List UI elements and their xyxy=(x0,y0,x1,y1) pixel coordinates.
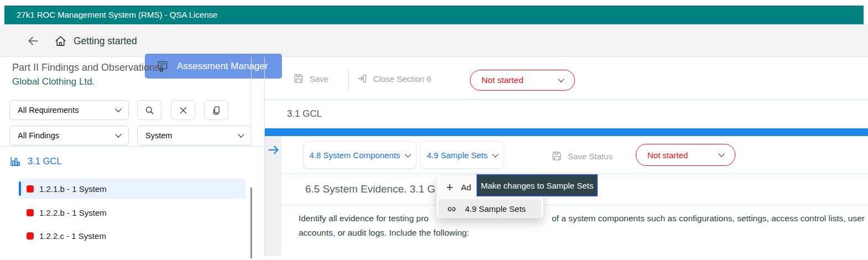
tree-item[interactable]: 1.2.2.b - 1 System xyxy=(19,202,245,222)
system-filter-value: System xyxy=(145,131,172,140)
tree-item-label: 1.2.2.c - 1 System xyxy=(39,231,106,241)
requirements-filter-select[interactable]: All Requirements xyxy=(9,100,129,120)
save-icon xyxy=(551,150,562,162)
tooltip: Make changes to Sample Sets xyxy=(477,174,598,196)
system-components-label: 4.8 System Components xyxy=(309,150,400,160)
nav-getting-started[interactable]: Getting started xyxy=(54,32,137,50)
tree-item[interactable]: 1.2.2.c - 1 System xyxy=(19,226,245,246)
finding-status-dot xyxy=(27,232,34,240)
arrow-right-icon xyxy=(266,143,281,157)
findings-filter-select[interactable]: All Findings xyxy=(9,126,129,145)
toolbar-separator xyxy=(348,70,349,90)
clear-search-button[interactable] xyxy=(171,100,195,120)
evidence-heading: 6.5 System Evidence. 3.1 G xyxy=(305,183,436,195)
toolbar-divider-line xyxy=(265,99,868,100)
bar-chart-icon xyxy=(9,155,21,167)
close-section-button[interactable]: Close Section 6 xyxy=(357,73,431,84)
evidence-status-dropdown[interactable]: Not started xyxy=(636,144,735,166)
chevron-down-icon xyxy=(115,106,121,112)
tooltip-text: Make changes to Sample Sets xyxy=(481,181,593,190)
nav-bar: Getting started Assessment Manager xyxy=(0,24,868,57)
assessment-manager-button[interactable]: Assessment Manager xyxy=(145,54,282,79)
tree-item-selected[interactable]: 1.2.1.b - 1 System xyxy=(19,179,245,199)
home-icon xyxy=(54,35,67,48)
window-title: 27k1 ROC Management System (RMS) - QSA L… xyxy=(17,10,217,19)
getting-started-label: Getting started xyxy=(74,35,137,47)
requirements-filter-value: All Requirements xyxy=(18,106,79,115)
finding-status-dot xyxy=(27,185,34,193)
assessment-manager-label: Assessment Manager xyxy=(177,61,268,72)
plus-icon: + xyxy=(446,181,453,194)
tree-item-label: 1.2.2.b - 1 System xyxy=(39,208,107,217)
menu-item-sample-sets-label: 4.9 Sample Sets xyxy=(465,204,526,214)
chevron-down-icon xyxy=(718,150,724,157)
close-section-label: Close Section 6 xyxy=(373,74,431,84)
back-icon xyxy=(26,34,40,48)
save-status-button[interactable]: Save Status xyxy=(551,150,613,162)
section-status-dropdown[interactable]: Not started xyxy=(470,70,575,91)
section-status-value: Not started xyxy=(482,75,524,85)
sample-sets-dropdown-button[interactable]: 4.9 Sample Sets xyxy=(420,141,504,169)
menu-item-sample-sets[interactable]: 4.9 Sample Sets xyxy=(438,199,541,219)
tree-section-3-1-gcl[interactable]: 3.1 GCL xyxy=(9,155,61,167)
paragraph-text: Identify all evidence for testing pro xyxy=(299,211,428,226)
chevron-down-icon xyxy=(492,151,498,157)
system-filter-select[interactable]: System xyxy=(137,126,252,145)
row-divider-line xyxy=(281,205,868,205)
sample-sets-label: 4.9 Sample Sets xyxy=(427,150,488,160)
copy-button[interactable] xyxy=(204,100,228,120)
evidence-status-value: Not started xyxy=(647,150,688,160)
chevron-down-icon xyxy=(558,76,564,82)
window-title-bar: 27k1 ROC Management System (RMS) - QSA L… xyxy=(4,6,864,24)
row-divider-line xyxy=(281,173,868,174)
close-section-icon xyxy=(357,73,368,84)
chevron-down-icon xyxy=(405,151,411,157)
chevron-down-icon xyxy=(115,131,121,137)
menu-item-add-label: Ad xyxy=(461,183,471,192)
paragraph-text: of a system components such as configura… xyxy=(552,211,865,226)
save-label: Save xyxy=(310,74,328,84)
save-icon xyxy=(293,73,304,84)
expand-arrow-button[interactable] xyxy=(266,143,281,157)
back-button[interactable] xyxy=(25,34,41,48)
save-button[interactable]: Save xyxy=(293,73,328,84)
search-icon xyxy=(144,105,155,116)
sidebar-divider xyxy=(0,146,264,147)
copy-icon xyxy=(211,105,222,116)
close-icon xyxy=(179,106,188,115)
tree-section-label: 3.1 GCL xyxy=(28,156,61,167)
tree-item-label: 1.2.1.b - 1 System xyxy=(39,184,107,194)
selection-highlight-bar xyxy=(265,128,868,136)
selection-indicator xyxy=(19,181,21,196)
link-icon xyxy=(446,204,457,215)
findings-filter-value: All Findings xyxy=(18,131,59,140)
save-status-label: Save Status xyxy=(568,152,613,161)
system-components-dropdown-button[interactable]: 4.8 System Components xyxy=(303,141,416,169)
paragraph-text: accounts, or audit logs. Include the fol… xyxy=(299,226,469,240)
sidebar-company-name: Global Clothing Ltd. xyxy=(12,76,95,87)
section-title: 3.1 GCL xyxy=(287,108,322,119)
sidebar-heading: Part II Findings and Observations xyxy=(12,62,160,74)
finding-status-dot xyxy=(27,209,34,216)
search-button[interactable] xyxy=(137,100,161,120)
sidebar-right-border xyxy=(251,57,252,146)
app-window: 27k1 ROC Management System (RMS) - QSA L… xyxy=(0,0,868,260)
sidebar-scrollbar[interactable] xyxy=(250,188,252,258)
chevron-down-icon xyxy=(238,131,244,137)
